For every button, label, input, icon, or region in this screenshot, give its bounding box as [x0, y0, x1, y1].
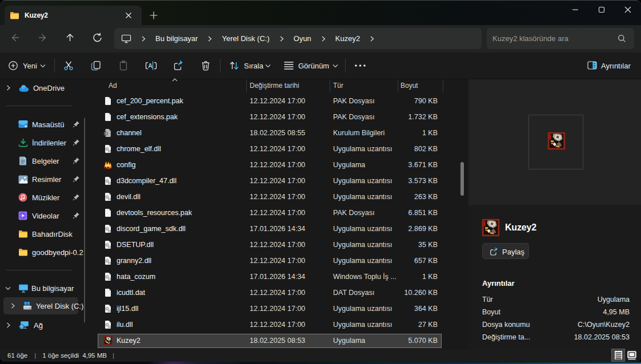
svg-text:A: A — [149, 62, 153, 69]
